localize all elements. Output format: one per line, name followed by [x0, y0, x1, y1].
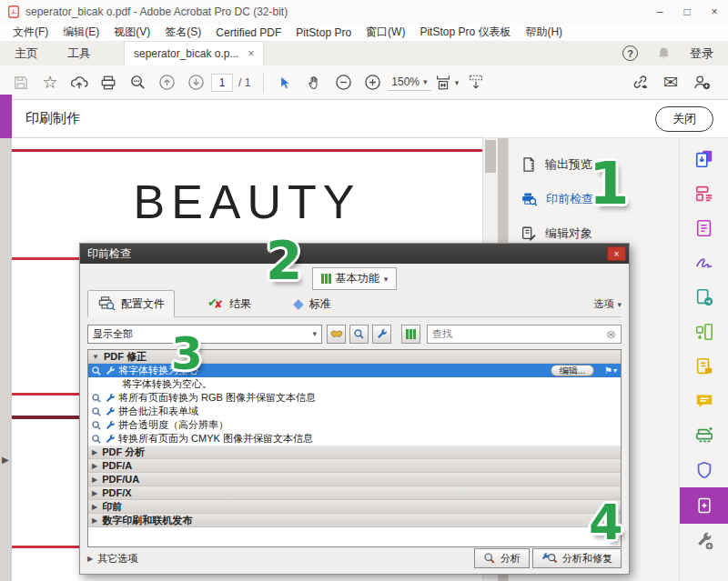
expand-panel-arrow-icon[interactable]: ▶ [2, 455, 9, 465]
scrollbar-thumb[interactable] [485, 140, 496, 173]
tool-label: 输出预览 [545, 156, 592, 173]
menu-file[interactable]: 文件(F) [5, 25, 56, 40]
preflight-search-input[interactable] [432, 328, 606, 339]
menu-window[interactable]: 窗口(W) [359, 25, 412, 40]
edit-pdf-icon[interactable] [680, 176, 728, 211]
zoom-out-button[interactable] [329, 70, 357, 95]
options-dropdown[interactable]: 选项 ▾ [593, 297, 622, 316]
step-annotation-4: 4 [589, 498, 623, 547]
next-page-button[interactable] [182, 70, 209, 95]
group-collapsed[interactable]: ▶ PDF 分析 [88, 446, 621, 459]
group-collapsed[interactable]: ▶ PDF/UA [88, 473, 621, 486]
profile-row[interactable]: 拼合透明度（高分辨率） [88, 418, 621, 432]
scan-ocr-icon[interactable] [680, 418, 728, 453]
create-pdf-icon[interactable] [680, 211, 728, 245]
step-annotation-1: 1 [589, 155, 630, 213]
menu-pitstop-pro[interactable]: PitStop Pro [288, 26, 359, 39]
menu-help[interactable]: 帮助(H) [518, 25, 570, 40]
send-for-review-icon[interactable] [680, 280, 728, 315]
maximize-button[interactable]: □ [673, 0, 701, 24]
zoom-level-dropdown[interactable]: 150% ▾ [388, 74, 430, 91]
minimize-button[interactable]: – [646, 0, 673, 24]
library-dropdown-button[interactable]: 基本功能 ▾ [312, 267, 398, 290]
preflight-close-button[interactable]: × [607, 246, 626, 261]
export-pdf-icon[interactable] [680, 142, 728, 176]
triangle-right-icon: ▶ [92, 448, 97, 456]
tab-profiles[interactable]: 配置文件 [87, 290, 175, 317]
chevron-down-icon: ▾ [617, 300, 622, 309]
tab-home[interactable]: 主页 [0, 41, 53, 65]
add-tools-icon[interactable] [680, 524, 728, 558]
fit-width-dropdown[interactable]: ▾ [433, 70, 460, 95]
other-options-expander[interactable]: ▶ 其它选项 [87, 552, 137, 566]
group-label: PDF 分析 [102, 446, 145, 459]
request-signatures-icon[interactable] [680, 349, 728, 384]
menu-pitstop-dashboard[interactable]: PitStop Pro 仪表板 [412, 25, 518, 40]
star-favorites-button[interactable]: ☆ [36, 70, 64, 95]
clear-search-icon[interactable]: ⊗ [606, 327, 616, 341]
triangle-right-icon: ▶ [92, 503, 97, 511]
tab-close-icon[interactable]: × [248, 47, 254, 60]
menu-edit[interactable]: 编辑(E) [56, 25, 106, 40]
profile-row[interactable]: 拼合批注和表单域 [88, 405, 621, 418]
fix-profile-button[interactable] [372, 325, 391, 344]
menu-certified-pdf[interactable]: Certified PDF [208, 26, 288, 39]
edit-profile-button[interactable]: 编辑... [551, 365, 594, 376]
analyze-profile-button[interactable] [349, 325, 369, 344]
pitstop-mask-button[interactable] [327, 325, 346, 344]
menu-sign[interactable]: 签名(S) [157, 25, 208, 40]
notifications-bell-icon[interactable] [656, 45, 672, 61]
tab-document[interactable]: seperator_bicak o.p... × [124, 41, 264, 65]
profile-row[interactable]: 将所有页面转换为 RGB 图像并保留文本信息 [88, 391, 621, 405]
analyze-button[interactable]: 分析 [474, 548, 530, 568]
profile-row-selected[interactable]: 将字体转换为空心 编辑... ⚑▾ [88, 364, 621, 377]
save-button[interactable] [7, 70, 35, 95]
select-cursor-button[interactable] [271, 70, 298, 95]
zoom-in-button[interactable] [359, 70, 386, 95]
group-collapsed[interactable]: ▶ 印前 [88, 500, 621, 514]
analyze-magnifier-icon [483, 552, 496, 565]
tab-results[interactable]: ✔✘ 结果 [198, 292, 260, 316]
options-label: 选项 [593, 297, 613, 311]
tab-tools[interactable]: 工具 [53, 41, 106, 65]
tab-standards[interactable]: ◆ 标准 [284, 291, 340, 316]
tool-label: 印前检查 [546, 191, 593, 207]
share-cloud-button[interactable] [66, 70, 93, 95]
preflight-dialog-titlebar[interactable]: 印前检查 × [80, 244, 629, 264]
share-link-icon[interactable] [626, 70, 653, 95]
flag-icon[interactable]: ⚑▾ [604, 366, 617, 376]
fill-sign-icon[interactable] [680, 245, 728, 280]
page-scrolling-button[interactable] [462, 70, 490, 95]
menu-view[interactable]: 视图(V) [106, 25, 157, 40]
fixup-wrench-icon [105, 434, 116, 445]
group-collapsed[interactable]: ▶ PDF/X [88, 486, 621, 500]
library-bars-button[interactable] [401, 325, 420, 344]
comment-icon[interactable] [680, 384, 728, 418]
analyze-and-fix-button[interactable]: 分析和修复 [532, 548, 622, 568]
group-collapsed[interactable]: ▶ 数字印刷和联机发布 [88, 514, 621, 527]
previous-page-button[interactable] [153, 70, 180, 95]
search-button[interactable] [124, 70, 151, 95]
help-icon[interactable]: ? [622, 45, 638, 61]
organize-pages-icon[interactable] [680, 315, 728, 349]
step-annotation-2: 2 [266, 235, 302, 287]
page-title: 印刷制作 [25, 110, 80, 127]
print-production-active-icon[interactable] [680, 487, 728, 524]
profile-label: 转换所有页面为 CMYK 图像并保留文本信息 [118, 432, 313, 446]
page-total-label: / 1 [238, 76, 250, 89]
tab-label: 标准 [309, 296, 331, 312]
protect-shield-icon[interactable] [680, 453, 728, 487]
print-button[interactable] [95, 70, 122, 95]
group-collapsed[interactable]: ▶ PDF/A [88, 459, 621, 473]
group-pdf-fixups[interactable]: ▼ PDF 修正 [88, 350, 621, 364]
hand-tool-button[interactable] [300, 70, 328, 95]
show-filter-select[interactable]: 显示全部 ▾ [87, 325, 322, 344]
close-button[interactable]: × [701, 0, 728, 24]
page-number-input[interactable] [211, 74, 233, 92]
sign-in-button[interactable]: 登录 [690, 45, 713, 62]
profile-row[interactable]: 转换所有页面为 CMYK 图像并保留文本信息 [88, 432, 621, 446]
add-user-icon[interactable] [688, 70, 715, 95]
email-icon[interactable]: ✉ [657, 70, 684, 95]
tab-bar: 主页 工具 seperator_bicak o.p... × ? 登录 [0, 41, 728, 65]
close-panel-button[interactable]: 关闭 [655, 106, 713, 132]
